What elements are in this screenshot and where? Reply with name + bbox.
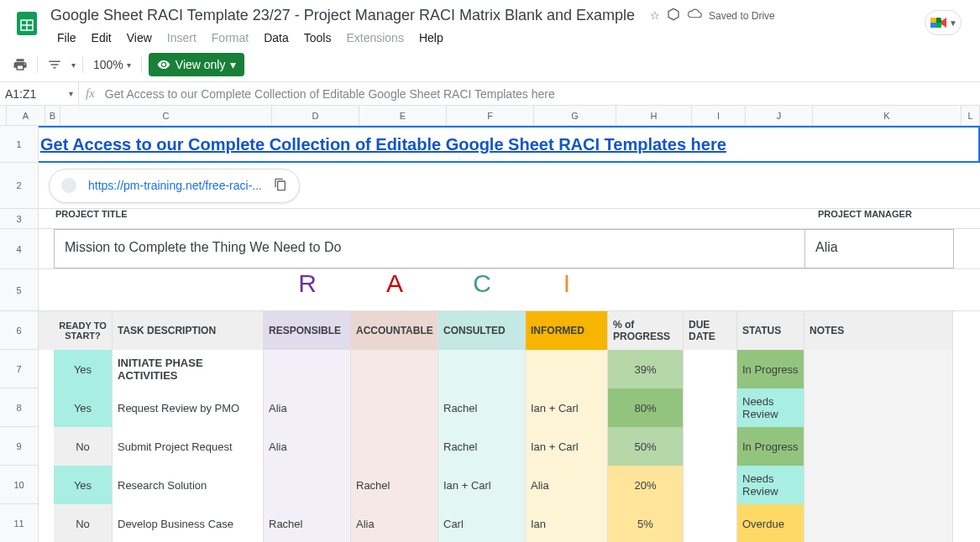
cell[interactable]: [39, 466, 54, 504]
cell-consulted[interactable]: Rachel: [438, 388, 526, 427]
cell-desc[interactable]: Request Review by PMO: [113, 388, 264, 427]
cell-ready[interactable]: Yes: [54, 350, 113, 388]
menu-extensions[interactable]: Extensions: [339, 28, 410, 48]
cell-due[interactable]: [684, 350, 737, 388]
col-header-responsible[interactable]: RESPONSIBLE: [264, 311, 351, 350]
cell-due[interactable]: [684, 504, 737, 542]
cell[interactable]: [39, 350, 54, 388]
row-header[interactable]: 5: [0, 269, 39, 311]
cell-accountable[interactable]: Rachel: [351, 466, 438, 504]
menu-tools[interactable]: Tools: [297, 28, 338, 48]
menu-edit[interactable]: Edit: [85, 28, 118, 48]
menu-insert[interactable]: Insert: [160, 28, 203, 48]
cell-informed[interactable]: Alia: [526, 466, 608, 504]
col-header-informed[interactable]: INFORMED: [526, 311, 608, 350]
print-icon[interactable]: [10, 55, 30, 75]
column-header[interactable]: D: [272, 106, 359, 125]
cell[interactable]: [39, 311, 54, 350]
cell-progress[interactable]: 5%: [608, 504, 684, 542]
cell-responsible[interactable]: Alia: [264, 427, 351, 466]
cloud-icon[interactable]: [687, 8, 702, 23]
cell-responsible[interactable]: [264, 466, 351, 504]
cell-informed[interactable]: Ian + Carl: [526, 427, 608, 466]
row-header[interactable]: 2: [0, 163, 39, 209]
sheets-logo[interactable]: [10, 7, 44, 40]
cell-responsible[interactable]: [264, 350, 351, 388]
row-header[interactable]: 4: [0, 229, 39, 269]
cell-desc[interactable]: Research Solution: [113, 466, 264, 504]
cell-progress[interactable]: 80%: [608, 388, 684, 427]
cell[interactable]: PROJECT TITLE PROJECT MANAGER: [39, 209, 980, 229]
menu-file[interactable]: File: [50, 28, 83, 48]
cell-notes[interactable]: [804, 466, 953, 504]
column-header[interactable]: L: [962, 106, 980, 125]
chevron-down-icon[interactable]: ▾: [71, 60, 76, 70]
cell-consulted[interactable]: Ian + Carl: [438, 466, 526, 504]
column-header[interactable]: H: [616, 106, 692, 125]
cell[interactable]: [39, 388, 54, 427]
col-header-due[interactable]: DUE DATE: [684, 311, 737, 350]
formula-text[interactable]: Get Access to our Complete Collection of…: [102, 87, 558, 101]
cell-informed[interactable]: Ian + Carl: [526, 388, 608, 427]
cell-notes[interactable]: [804, 388, 953, 427]
cell-progress[interactable]: 39%: [608, 350, 684, 388]
cell-status[interactable]: Needs Review: [737, 388, 804, 427]
column-header[interactable]: K: [813, 106, 962, 125]
row-header[interactable]: 11: [0, 504, 39, 542]
star-icon[interactable]: ☆: [650, 9, 660, 22]
cell-status[interactable]: In Progress: [737, 350, 804, 388]
cell[interactable]: R A C I: [39, 269, 980, 311]
cell[interactable]: [39, 427, 54, 466]
cell[interactable]: [39, 504, 54, 542]
cell[interactable]: https://pm-training.net/free-raci-...: [39, 163, 980, 209]
row-header[interactable]: 6: [0, 311, 39, 350]
row-header[interactable]: 10: [0, 466, 39, 504]
cell-notes[interactable]: [804, 427, 953, 466]
cell[interactable]: Get Access to our Complete Collection of…: [39, 126, 980, 163]
name-box[interactable]: A1:Z1 ▾: [0, 82, 79, 105]
cell-informed[interactable]: [526, 350, 608, 388]
row-header[interactable]: 7: [0, 350, 39, 388]
row-header[interactable]: 9: [0, 427, 39, 466]
meet-button[interactable]: ▼: [925, 10, 962, 35]
column-header[interactable]: A: [7, 106, 45, 125]
col-header-notes[interactable]: NOTES: [804, 311, 953, 350]
cell-due[interactable]: [684, 427, 737, 466]
cell-status[interactable]: Overdue: [737, 504, 804, 542]
cell-desc[interactable]: INITIATE PHASE ACTIVITIES: [113, 350, 264, 388]
filter-icon[interactable]: [45, 55, 65, 75]
cell-due[interactable]: [684, 466, 737, 504]
cell-informed[interactable]: Ian: [526, 504, 608, 542]
col-header-desc[interactable]: TASK DESCRIPTION: [113, 311, 264, 350]
column-header[interactable]: C: [60, 106, 272, 125]
row-header[interactable]: 8: [0, 388, 39, 427]
cell-due[interactable]: [684, 388, 737, 427]
column-header[interactable]: F: [447, 106, 534, 125]
cell-progress[interactable]: 50%: [608, 427, 684, 466]
column-header[interactable]: B: [45, 106, 60, 125]
cell-consulted[interactable]: Carl: [438, 504, 526, 542]
menu-help[interactable]: Help: [412, 28, 450, 48]
cell-notes[interactable]: [804, 504, 953, 542]
move-icon[interactable]: [667, 8, 680, 23]
cell-status[interactable]: Needs Review: [737, 466, 804, 504]
cell-notes[interactable]: [804, 350, 953, 388]
column-header[interactable]: I: [692, 106, 746, 125]
view-only-button[interactable]: View only ▾: [149, 53, 245, 76]
cell-desc[interactable]: Submit Project Request: [113, 427, 264, 466]
menu-data[interactable]: Data: [257, 28, 296, 48]
cell-ready[interactable]: Yes: [54, 466, 113, 504]
col-header-progress[interactable]: % of PROGRESS: [608, 311, 684, 350]
cell-consulted[interactable]: [438, 350, 526, 388]
zoom-selector[interactable]: 100% ▾: [90, 58, 134, 71]
col-header-ready[interactable]: READY TO START?: [54, 311, 113, 350]
cell-responsible[interactable]: Rachel: [264, 504, 351, 542]
cell-desc[interactable]: Develop Business Case: [113, 504, 264, 542]
cell-accountable[interactable]: [351, 427, 438, 466]
col-header-status[interactable]: STATUS: [737, 311, 804, 350]
cell-accountable[interactable]: [351, 350, 438, 388]
cell-accountable[interactable]: [351, 388, 438, 427]
cell-responsible[interactable]: Alia: [264, 388, 351, 427]
link-chip[interactable]: https://pm-training.net/free-raci-...: [49, 169, 300, 203]
col-header-accountable[interactable]: ACCOUNTABLE: [351, 311, 438, 350]
